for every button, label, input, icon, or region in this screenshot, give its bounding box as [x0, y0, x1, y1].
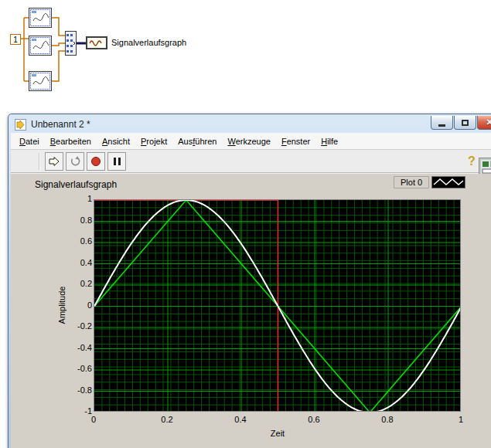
caption-buttons: ✕	[431, 116, 491, 130]
toolbar: ?	[11, 150, 491, 173]
block-diagram-fragment: 1	[0, 0, 491, 112]
y-tick: 0.6	[71, 236, 92, 246]
menu-item-datei[interactable]: Datei	[14, 134, 45, 148]
pause-button[interactable]	[107, 152, 126, 171]
menu-item-hilfe[interactable]: Hilfe	[315, 134, 343, 148]
x-axis-title: Zeit	[260, 429, 295, 438]
merge-signals-art	[66, 32, 76, 55]
abort-button[interactable]	[87, 152, 105, 171]
window-client-area: Datei Bearbeiten Ansicht Projekt Ausführ…	[11, 133, 491, 448]
y-tick: -0.2	[71, 321, 92, 331]
x-tick: 0.4	[229, 415, 252, 424]
menu-item-bearbeiten[interactable]: Bearbeiten	[45, 134, 97, 148]
menu-item-fenster[interactable]: Fenster	[276, 134, 315, 148]
plot-legend-line-sample[interactable]	[431, 176, 465, 188]
subvi-icon-art	[29, 72, 51, 90]
front-panel-window: Unbenannt 2 * ✕ Datei Bearbeiten Ansicht…	[8, 114, 491, 448]
menu-item-ansicht[interactable]: Ansicht	[97, 134, 135, 148]
x-tick: 0	[82, 415, 105, 424]
subvi-icon-2[interactable]	[29, 36, 52, 56]
close-icon: ✕	[486, 117, 491, 127]
plot-legend-label[interactable]: Plot 0	[394, 176, 429, 188]
merge-signals-node[interactable]	[65, 31, 77, 56]
menubar: Datei Bearbeiten Ansicht Projekt Ausführ…	[11, 133, 491, 150]
pause-icon	[114, 158, 121, 165]
y-tick: -0.8	[71, 385, 92, 395]
subvi-icon-art	[29, 36, 51, 55]
maximize-button[interactable]	[454, 116, 476, 130]
run-continuous-icon	[69, 156, 81, 167]
waveform-graph-terminal[interactable]	[86, 36, 107, 49]
window-title: Unbenannt 2 *	[31, 119, 90, 130]
menu-item-ausfuehren[interactable]: Ausführen	[172, 134, 222, 148]
y-tick: 0.2	[71, 279, 92, 288]
plot0-line-sample-icon	[432, 177, 465, 188]
y-axis-title: Amplitude	[57, 287, 66, 324]
x-tick: 0.2	[155, 415, 179, 424]
run-continuous-button[interactable]	[66, 152, 84, 171]
terminal-label: Signalverlaufsgraph	[111, 38, 186, 47]
abort-stop-icon	[90, 156, 101, 167]
subvi-icon-1[interactable]	[29, 8, 52, 28]
close-button[interactable]: ✕	[477, 116, 491, 130]
menu-item-werkzeuge[interactable]: Werkzeuge	[222, 134, 275, 148]
y-tick: 0.4	[71, 258, 92, 267]
y-tick: 0.8	[71, 216, 92, 225]
waveform-glyph-icon	[88, 39, 105, 48]
plot-area-svg[interactable]	[94, 199, 461, 412]
x-tick: 0.8	[376, 415, 399, 424]
y-tick: -0.4	[71, 343, 92, 352]
numeric-constant[interactable]: 1	[10, 34, 21, 45]
plot-legend[interactable]: Plot 0	[394, 176, 465, 188]
y-tick: -0.6	[71, 364, 92, 373]
titlebar[interactable]: Unbenannt 2 * ✕	[10, 116, 491, 133]
subvi-icon-3[interactable]	[29, 71, 52, 91]
y-tick: 1	[71, 194, 92, 203]
minimize-button[interactable]	[431, 116, 453, 130]
subvi-icon-art	[29, 8, 51, 27]
menu-item-projekt[interactable]: Projekt	[135, 134, 172, 148]
x-tick: 0.6	[302, 415, 326, 424]
run-button[interactable]	[45, 152, 63, 171]
x-tick: 1	[449, 415, 472, 424]
screenshot-page: 1	[0, 0, 491, 448]
graph-label: Signalverlaufsgraph	[35, 179, 117, 190]
maximize-icon	[462, 120, 469, 126]
context-help-button[interactable]: ?	[463, 153, 480, 170]
y-tick: 0	[71, 300, 92, 310]
front-panel: Signalverlaufsgraph Plot 0 Amplitude Zei…	[11, 174, 491, 448]
toolbar-separator	[39, 153, 40, 170]
run-arrow-icon	[48, 156, 60, 167]
minimize-icon	[438, 124, 445, 127]
labview-icon	[15, 119, 26, 131]
